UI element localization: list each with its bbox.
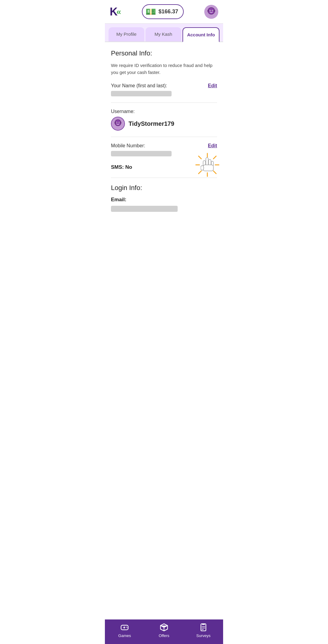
money-icon: 💵	[146, 7, 156, 17]
name-label-row: Your Name (first and last): Edit	[111, 83, 217, 88]
mobile-value-blurred	[111, 151, 172, 156]
personal-info-section: Personal Info: We require ID verificatio…	[111, 49, 217, 76]
svg-point-14	[116, 122, 117, 123]
balance-amount: $166.37	[159, 8, 178, 15]
app-logo[interactable]: K «	[110, 6, 121, 17]
mobile-value-row: SMS: No	[111, 151, 217, 172]
svg-point-15	[119, 122, 119, 123]
mobile-label: Mobile Number:	[111, 143, 145, 148]
mobile-value-container: SMS: No	[111, 151, 172, 172]
svg-point-36	[127, 627, 127, 628]
username-avatar-image	[112, 117, 124, 130]
username-row: TidyStormer179	[111, 117, 217, 131]
username-value: TidyStormer179	[129, 120, 174, 127]
app-header: K « 💵 $166.37	[105, 0, 223, 24]
nav-item-games[interactable]: Games	[105, 623, 144, 638]
email-label: Email:	[111, 197, 217, 203]
tab-bar: My Profile My Kash Account Info	[105, 24, 223, 42]
mobile-field-group: Mobile Number: Edit SMS: No	[111, 143, 217, 172]
tab-my-kash[interactable]: My Kash	[146, 27, 181, 42]
svg-point-8	[213, 10, 215, 12]
surveys-icon	[199, 623, 208, 632]
svg-point-11	[115, 120, 121, 125]
svg-point-7	[207, 10, 209, 12]
name-edit-button[interactable]: Edit	[208, 83, 217, 88]
svg-point-5	[210, 10, 210, 11]
svg-point-31	[201, 165, 204, 170]
svg-point-35	[126, 627, 127, 627]
offers-label: Offers	[159, 633, 169, 638]
name-value-blurred	[111, 91, 172, 96]
name-field-group: Your Name (first and last): Edit	[111, 83, 217, 96]
nav-item-offers[interactable]: Offers	[144, 623, 184, 638]
avatar-image	[204, 5, 218, 19]
email-value-blurred	[111, 206, 178, 212]
user-avatar[interactable]	[204, 5, 218, 19]
svg-point-17	[120, 122, 122, 124]
svg-point-16	[115, 122, 116, 124]
balance-pill[interactable]: 💵 $166.37	[142, 4, 184, 19]
sms-status: SMS: No	[111, 164, 172, 170]
games-icon	[120, 623, 129, 632]
bottom-nav: Games Offers Surveys	[105, 619, 223, 644]
name-label: Your Name (first and last):	[111, 83, 167, 88]
username-label: Username:	[111, 109, 135, 114]
username-field-group: Username: TidyStormer179	[111, 109, 217, 131]
offers-icon	[160, 623, 168, 632]
divider-2	[111, 137, 217, 137]
tab-account-info[interactable]: Account Info	[182, 27, 219, 42]
login-info-section: Login Info: Email:	[111, 184, 217, 212]
nav-item-surveys[interactable]: Surveys	[184, 623, 223, 638]
cursor-icon-wrapper	[198, 155, 217, 175]
surveys-label: Surveys	[196, 633, 211, 638]
personal-info-title: Personal Info:	[111, 49, 217, 57]
mobile-label-row: Mobile Number: Edit	[111, 143, 217, 148]
games-label: Games	[118, 633, 131, 638]
svg-rect-38	[202, 623, 205, 625]
divider-3	[111, 178, 217, 178]
main-content: Personal Info: We require ID verificatio…	[105, 42, 223, 242]
hand-pointer-icon	[201, 157, 214, 173]
tab-my-profile[interactable]: My Profile	[109, 27, 144, 42]
divider-1	[111, 102, 217, 103]
logo-chevrons: «	[116, 8, 121, 16]
svg-point-6	[212, 10, 213, 11]
username-avatar	[111, 117, 125, 131]
personal-info-desc: We require ID verification to reduce fra…	[111, 62, 217, 76]
login-info-title: Login Info:	[111, 184, 217, 192]
svg-rect-30	[203, 165, 213, 171]
mobile-edit-button[interactable]: Edit	[208, 143, 217, 148]
